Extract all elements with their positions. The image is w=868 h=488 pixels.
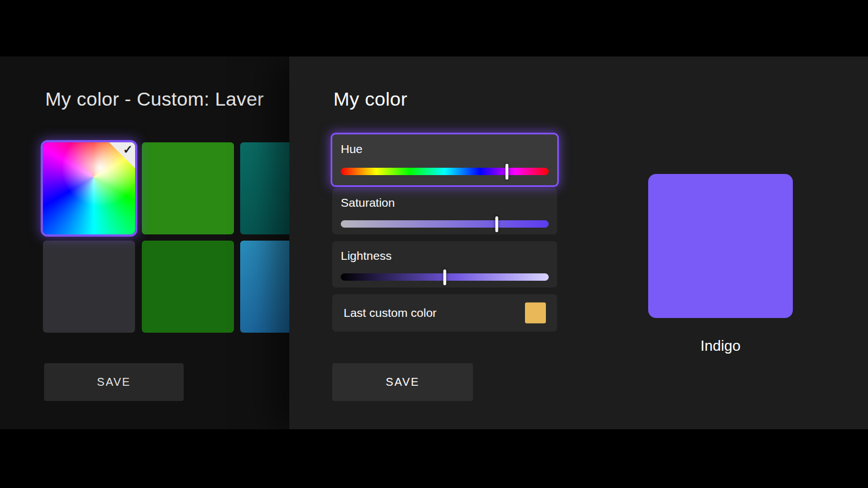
screen: My color - Custom: Laver ✓ SAVE My color… bbox=[0, 0, 868, 488]
hue-label: Hue bbox=[341, 142, 363, 156]
hue-slider-thumb[interactable] bbox=[506, 164, 509, 180]
saturation-slider-group[interactable]: Saturation bbox=[332, 188, 557, 234]
save-button[interactable]: SAVE bbox=[332, 363, 473, 401]
color-grid-panel: My color - Custom: Laver ✓ SAVE bbox=[0, 56, 289, 429]
last-custom-color-swatch bbox=[525, 303, 546, 324]
last-custom-color-label: Last custom color bbox=[344, 306, 437, 320]
lightness-slider-group[interactable]: Lightness bbox=[332, 241, 557, 287]
last-custom-color-row[interactable]: Last custom color bbox=[332, 294, 557, 332]
left-panel-title: My color - Custom: Laver bbox=[45, 88, 264, 110]
saturation-slider-track[interactable] bbox=[341, 220, 549, 228]
save-button-left[interactable]: SAVE bbox=[44, 363, 184, 401]
lightness-slider-track[interactable] bbox=[341, 273, 549, 281]
swatch-custom-rainbow[interactable]: ✓ bbox=[43, 142, 135, 234]
swatch-green[interactable] bbox=[142, 142, 234, 234]
custom-color-panel: My color Hue Saturation Lightness Last c… bbox=[289, 56, 868, 429]
swatch-blue[interactable] bbox=[240, 241, 289, 333]
swatch-dark-green[interactable] bbox=[142, 241, 234, 333]
lightness-label: Lightness bbox=[341, 249, 392, 263]
color-preview bbox=[648, 174, 793, 318]
saturation-slider-thumb[interactable] bbox=[496, 216, 498, 232]
hue-slider-group[interactable]: Hue bbox=[332, 134, 557, 185]
swatch-gray[interactable] bbox=[43, 241, 135, 333]
lightness-slider-thumb[interactable] bbox=[444, 269, 446, 285]
right-panel-title: My color bbox=[333, 88, 407, 110]
hue-slider-track[interactable] bbox=[341, 168, 549, 175]
check-icon: ✓ bbox=[123, 143, 133, 155]
swatch-teal[interactable] bbox=[240, 142, 289, 234]
saturation-label: Saturation bbox=[341, 196, 395, 210]
color-preview-label: Indigo bbox=[648, 337, 793, 355]
